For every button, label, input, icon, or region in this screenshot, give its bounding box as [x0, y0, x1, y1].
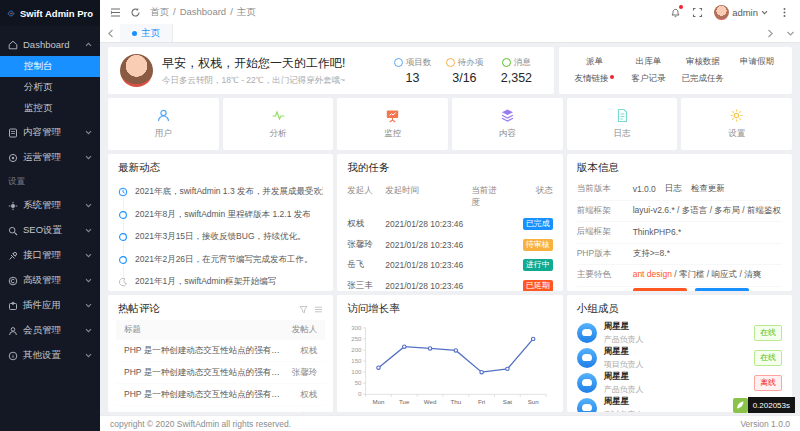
fullscreen-icon[interactable] — [692, 7, 703, 18]
list-item[interactable]: 周星星产品负责人 在线 — [577, 320, 782, 345]
growth-chart-panel: 访问增长率 050100150200250300MonTueWedThuFriS… — [337, 295, 562, 412]
chevron-down-icon — [85, 327, 92, 334]
sidebar-item-monitor[interactable]: 监控页 — [0, 98, 100, 119]
sidebar-item-system-mgmt[interactable]: 系统管理 — [0, 194, 100, 217]
version-row-backend: 后端框架 ThinkPHP6.* — [577, 222, 782, 244]
table-row[interactable]: 张馨玲 2021/01/28 10:23:46 待审核 — [347, 235, 552, 256]
check-update-link[interactable]: 检查更新 — [691, 183, 725, 195]
notification-dot — [679, 5, 683, 9]
shortcut-logs[interactable]: 日志 — [567, 98, 678, 150]
list-item[interactable]: PHP 是一种创建动态交互性站点的强有力的服务器端脚本语言 张馨玲 — [116, 406, 325, 412]
growth-chart-svg: 050100150200250300MonTueWedThuFriSatSun — [341, 320, 556, 410]
sidebar-item-content-mgmt[interactable]: 内容管理 — [0, 121, 100, 144]
sidebar-item-label: 分析页 — [24, 81, 53, 94]
sidebar-item-operation-mgmt[interactable]: 运营管理 — [0, 146, 100, 169]
list-item[interactable]: PHP 是一种创建动态交互性站点的强有力的服务器端脚本语言 张馨玲 — [116, 362, 325, 384]
row-label: 前端框架 — [577, 205, 633, 217]
svg-text:Tue: Tue — [399, 399, 410, 405]
status-badge: 进行中 — [523, 259, 553, 271]
panel-title: 小组成员 — [567, 295, 792, 320]
activity-item: 2021年3月15日，接收反馈BUG，持续优化。 — [118, 226, 323, 249]
sidebar: Swift Admin Pro Dashboard 控制台 分析页 监控页 内容… — [0, 0, 100, 431]
info-circle-icon — [8, 351, 18, 361]
sidebar-item-label: 其他设置 — [23, 349, 61, 362]
quick-link-with-badge[interactable]: 友情链接 — [567, 73, 621, 85]
list-item[interactable]: 周星星产品负责人 离线 — [577, 370, 782, 395]
comment-author: 权栈 — [281, 389, 317, 401]
sidebar-item-seo-settings[interactable]: SEO设置 — [0, 219, 100, 242]
table-row[interactable]: 张三丰 2021/01/28 10:23:46 已延期 — [347, 276, 552, 292]
quick-link[interactable]: 申请假期 — [730, 56, 784, 68]
stat-projects: 项目数 13 — [386, 57, 438, 85]
welcome-text: 早安，权栈，开始您一天的工作吧! 今日多云转阴，18℃ - 22℃，出门记得穿外… — [162, 55, 345, 87]
version-row-php: PHP版本 支持>=8.* — [577, 244, 782, 266]
activity-item: 2021年底，swiftAdmin 1.3 发布，并发展成最受欢迎的极速开发框架… — [118, 181, 323, 204]
breadcrumb-home[interactable]: 首页 — [150, 6, 169, 19]
table-row[interactable]: 岳飞 2021/01/28 10:23:46 进行中 — [347, 255, 552, 276]
notifications-bell-icon[interactable] — [670, 7, 681, 18]
shortcut-label: 监控 — [384, 128, 401, 140]
shortcut-users[interactable]: 用户 — [108, 98, 219, 150]
row-label: 后端框架 — [577, 226, 633, 238]
sidebar-item-api-mgmt[interactable]: 接口管理 — [0, 244, 100, 267]
moon-icon — [118, 277, 128, 287]
sidebar-item-label: 接口管理 — [23, 249, 61, 262]
version-row-channel: 获取渠道 获取授权 立即下载 — [577, 287, 782, 292]
list-item[interactable]: PHP 是一种创建动态交互性站点的强有力的服务器端脚本语言 权栈 — [116, 340, 325, 362]
feature-rest: / 零门槛 / 响应式 / 清爽 — [672, 269, 761, 279]
quick-link[interactable]: 出库单 — [622, 56, 676, 68]
stat-circle-icon — [394, 58, 403, 67]
table-row[interactable]: 权栈 2021/01/28 10:23:46 已完成 — [347, 214, 552, 235]
sidebar-item-console[interactable]: 控制台 — [0, 56, 100, 77]
shortcut-analysis[interactable]: 分析 — [223, 98, 334, 150]
sidebar-item-dashboard[interactable]: Dashboard — [0, 33, 100, 56]
sidebar-item-label: 内容管理 — [23, 126, 61, 139]
member-role: 测试负责人 — [604, 409, 747, 413]
member-avatar — [577, 373, 597, 393]
collapse-menu-icon[interactable] — [110, 7, 121, 18]
activity-text: 2021年8月，swiftAdmin 里程碑版本 1.2.1 发布 — [135, 209, 311, 221]
quick-links-card: 派单 出库单 审核数据 申请假期 友情链接 客户记录 已完成任务 — [559, 47, 792, 94]
tabs-scroll-left-icon[interactable] — [100, 24, 120, 42]
shortcut-settings[interactable]: 设置 — [681, 98, 792, 150]
sidebar-item-label: SEO设置 — [23, 224, 62, 237]
svg-text:250: 250 — [352, 336, 363, 342]
quick-link[interactable]: 派单 — [567, 56, 621, 68]
breadcrumb-dashboard[interactable]: Dashboard — [180, 6, 226, 19]
username-label: admin — [732, 7, 758, 18]
get-license-button[interactable]: 获取授权 — [633, 288, 687, 291]
sidebar-item-advanced-mgmt[interactable]: 高级管理 — [0, 269, 100, 292]
download-button[interactable]: 立即下载 — [695, 288, 749, 291]
column-header: 当前进度 — [471, 185, 514, 209]
svg-text:0: 0 — [358, 391, 362, 397]
user-menu[interactable]: admin — [714, 5, 768, 20]
debug-trace-bar[interactable]: 0.202053s — [733, 397, 795, 413]
sidebar-item-analysis[interactable]: 分析页 — [0, 77, 100, 98]
task-time: 2021/01/28 10:23:46 — [385, 219, 471, 229]
shortcut-content[interactable]: 内容 — [452, 98, 563, 150]
list-item[interactable]: 周星星项目负责人 在线 — [577, 345, 782, 370]
refresh-icon[interactable] — [130, 7, 141, 18]
tabs-scroll-right-icon[interactable] — [760, 24, 780, 42]
app-logo[interactable]: Swift Admin Pro — [0, 0, 100, 26]
page-content: 早安，权栈，开始您一天的工作吧! 今日多云转阴，18℃ - 22℃，出门记得穿外… — [100, 43, 800, 415]
sidebar-menu: Dashboard 控制台 分析页 监控页 内容管理 运营管理 设置 系统管理 — [0, 26, 100, 367]
member-name: 周星星 — [604, 321, 747, 333]
tab-home[interactable]: 主页 — [120, 24, 173, 42]
list-item[interactable]: PHP 是一种创建动态交互性站点的强有力的服务器端脚本语言 权栈 — [116, 384, 325, 406]
sidebar-item-plugins[interactable]: 插件应用 — [0, 294, 100, 317]
changelog-link[interactable]: 日志 — [665, 183, 682, 195]
backend-value: ThinkPHP6.* — [633, 227, 682, 237]
sidebar-item-other-settings[interactable]: 其他设置 — [0, 344, 100, 367]
quick-link[interactable]: 审核数据 — [676, 56, 730, 68]
more-menu-icon[interactable] — [314, 305, 323, 314]
tabs-menu-icon[interactable] — [780, 24, 800, 42]
column-header: 发起人 — [347, 185, 385, 209]
chevron-down-icon — [85, 302, 92, 309]
sidebar-item-member-mgmt[interactable]: 会员管理 — [0, 319, 100, 342]
shortcut-monitor[interactable]: 监控 — [337, 98, 448, 150]
quick-link[interactable]: 已完成任务 — [676, 73, 730, 85]
filter-icon[interactable] — [299, 305, 308, 314]
more-vertical-icon[interactable] — [779, 7, 790, 18]
quick-link[interactable]: 客户记录 — [622, 73, 676, 85]
